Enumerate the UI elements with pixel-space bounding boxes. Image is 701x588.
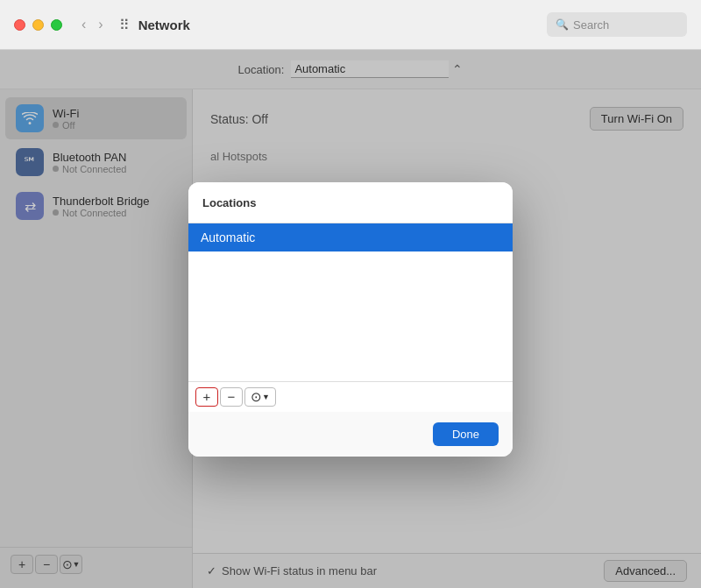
search-icon: 🔍 [556,18,569,31]
modal-header: Locations [188,182,513,223]
locations-modal: Locations Automatic + − ⊙ ▼ [188,182,513,457]
grid-icon[interactable]: ⠿ [119,17,130,33]
back-button[interactable]: ‹ [76,13,91,36]
modal-remove-icon: − [228,389,236,404]
maximize-button[interactable] [51,19,62,31]
modal-list: Automatic [188,223,513,381]
minimize-button[interactable] [32,19,44,31]
modal-add-button[interactable]: + [195,387,218,407]
forward-button[interactable]: › [93,13,108,36]
search-placeholder: Search [573,18,609,32]
modal-action-chevron-icon: ▼ [262,393,270,401]
page-title: Network [138,18,190,32]
modal-overlay: Locations Automatic + − ⊙ ▼ [0,50,701,588]
modal-list-item-automatic[interactable]: Automatic [188,223,513,251]
main-content: Location: Automatic ⌃ Wi-Fi [0,50,701,588]
done-button[interactable]: Done [433,422,499,446]
modal-remove-button[interactable]: − [220,387,243,407]
titlebar: ‹ › ⠿ Network 🔍 Search [0,0,701,50]
modal-toolbar: + − ⊙ ▼ [188,381,513,412]
modal-action-button[interactable]: ⊙ ▼ [244,387,276,407]
modal-footer: Done [188,412,513,457]
modal-action-icon: ⊙ [251,389,262,405]
traffic-lights [14,19,62,31]
modal-title: Locations [202,196,256,209]
modal-add-icon: + [203,389,211,404]
close-button[interactable] [14,19,25,31]
nav-arrows: ‹ › [76,13,109,36]
search-box[interactable]: 🔍 Search [547,12,687,37]
